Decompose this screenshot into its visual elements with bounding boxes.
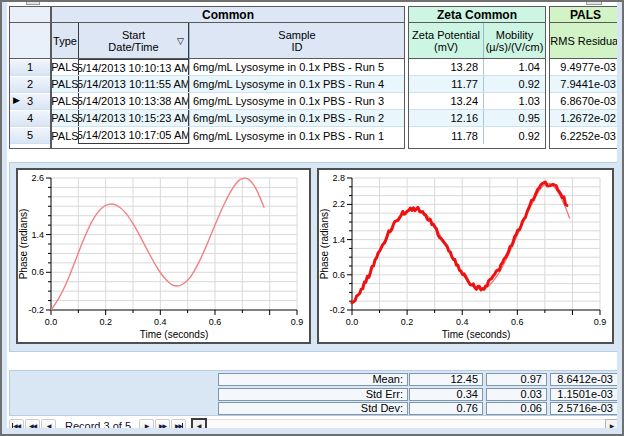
stat-label-mean: Mean: [218, 373, 408, 386]
stat-stddev-zeta: 0.76 [409, 402, 483, 415]
svg-text:2.8: 2.8 [332, 173, 345, 183]
table-row[interactable]: PALS 5/14/2013 10:10:13 AM 6mg/mL Lysosy… [52, 59, 404, 76]
group-header-zeta-common: Zeta Common [409, 7, 545, 23]
fitted-phase-plot: -0.20.61.42.60.00.20.40.60.9Time (second… [18, 170, 309, 342]
sort-descending-icon: ▽ [177, 35, 184, 47]
row-selector-1[interactable]: 1 [10, 59, 50, 76]
right-phase-chart: -0.20.61.42.22.80.00.20.40.60.9Time (sec… [317, 168, 614, 344]
row-selector-3[interactable]: ▶3 [10, 93, 50, 110]
cell-rms: 9.4977e-03 [550, 59, 621, 75]
cell-sample: 6mg/mL Lysosyme in 0.1x PBS - Run 3 [189, 93, 404, 109]
nav-next-record-button[interactable]: ▶ [139, 419, 154, 433]
clipped-scrollbar-fragment-right [586, 2, 602, 5]
nav-rewind-button[interactable]: ◀◀ [25, 419, 40, 433]
cell-mobility: 0.95 [483, 110, 545, 126]
row-selector-2[interactable]: 2 [10, 76, 50, 93]
column-header-zeta-potential[interactable]: Zeta Potential(mV) [409, 23, 483, 58]
table-row[interactable]: PALS 5/14/2013 10:15:23 AM 6mg/mL Lysosy… [52, 110, 404, 127]
row-number: 1 [10, 60, 50, 75]
cell-rms: 6.2252e-03 [550, 127, 621, 144]
pals-group-panel: PALS RMS Residual 9.4977e-03 7.9441e-03 … [549, 6, 622, 149]
svg-text:0.6: 0.6 [332, 270, 345, 280]
stat-label-stddev: Std Dev: [218, 402, 408, 415]
cell-sample: 6mg/mL Lysosyme in 0.1x PBS - Run 5 [189, 59, 404, 75]
zeta-common-group-panel: Zeta Common Zeta Potential(mV) Mobility(… [408, 6, 546, 149]
left-phase-chart: -0.20.61.42.60.00.20.40.60.9Time (second… [16, 168, 311, 344]
svg-text:0.0: 0.0 [346, 317, 359, 327]
stat-stderr-zeta: 0.34 [409, 388, 483, 401]
table-corner-cell2 [10, 23, 50, 59]
row-selector-4[interactable]: 4 [10, 110, 50, 127]
svg-text:0.9: 0.9 [594, 317, 607, 327]
rewind-icon: ◀◀ [29, 422, 36, 429]
table-row[interactable]: 1.2672e-02 [550, 110, 621, 127]
record-navigator: ◀◀ ◀◀ ◀ Record 3 of 5 ▶ ▶▶ ▶▶ ◀ ▶ [9, 417, 619, 434]
cell-start: 5/14/2013 10:11:55 AM [78, 76, 189, 92]
row-selector-5[interactable]: 5 [10, 127, 50, 144]
stat-stderr-rms: 1.1501e-03 [550, 388, 618, 401]
cell-zeta: 11.77 [409, 76, 483, 92]
stat-mean-zeta: 12.45 [409, 373, 483, 386]
cell-sample: 6mg/mL Lysosyme in 0.1x PBS - Run 1 [189, 127, 404, 144]
column-header-rms-residual[interactable]: RMS Residual [550, 23, 621, 58]
hscroll-track[interactable] [207, 419, 605, 432]
column-header-type[interactable]: Type [52, 23, 78, 58]
svg-text:Time (seconds): Time (seconds) [442, 329, 511, 340]
cell-type: PALS [52, 59, 78, 75]
stat-label-stderr: Std Err: [218, 388, 408, 401]
nav-last-record-button[interactable]: ▶▶ [171, 419, 186, 433]
measured-phase-plot: -0.20.61.42.22.80.00.20.40.60.9Time (sec… [319, 170, 612, 342]
svg-text:-0.2: -0.2 [28, 305, 44, 315]
common-group-panel: Common Type StartDate/Time ▽ SampleID PA… [51, 6, 405, 149]
hscroll-right-button[interactable]: ▶ [605, 419, 619, 432]
current-record-marker-icon: ▶ [13, 95, 20, 105]
svg-text:0.0: 0.0 [45, 317, 58, 327]
cell-mobility: 1.03 [483, 93, 545, 109]
group-header-pals: PALS [550, 7, 621, 23]
row-header-panel: 1 2 ▶3 4 5 [9, 6, 51, 149]
table-corner-cell [10, 7, 50, 23]
table-row[interactable]: 9.4977e-03 [550, 59, 621, 76]
cell-start: 5/14/2013 10:10:13 AM [78, 59, 189, 75]
cell-rms: 6.8670e-03 [550, 93, 621, 109]
stat-mean-rms: 8.6412e-03 [550, 373, 618, 386]
table-row-selected[interactable]: PALS 5/14/2013 10:13:38 AM 6mg/mL Lysosy… [52, 93, 404, 110]
svg-text:1.4: 1.4 [332, 235, 345, 245]
hscroll-left-button[interactable]: ◀ [191, 418, 207, 433]
cell-zeta: 12.16 [409, 110, 483, 126]
svg-text:1.4: 1.4 [31, 230, 44, 240]
table-row[interactable]: PALS 5/14/2013 10:17:05 AM 6mg/mL Lysosy… [52, 127, 404, 144]
column-header-start-datetime[interactable]: StartDate/Time ▽ [78, 23, 189, 58]
scroll-right-icon: ▶ [610, 422, 615, 429]
table-row-selected[interactable]: 13.24 1.03 [409, 93, 545, 110]
cell-mobility: 0.92 [483, 127, 545, 144]
nav-fast-forward-button[interactable]: ▶▶ [155, 419, 170, 433]
cell-start: 5/14/2013 10:15:23 AM [78, 110, 189, 126]
stat-stderr-mobility: 0.03 [486, 388, 547, 401]
table-row[interactable]: 11.77 0.92 [409, 76, 545, 93]
clipped-scrollbar-fragment-left [26, 2, 40, 5]
nav-prev-record-button[interactable]: ◀ [41, 419, 56, 433]
column-header-mobility[interactable]: Mobility(µ/s)/(V/cm) [483, 23, 545, 58]
table-row-selected[interactable]: 6.8670e-03 [550, 93, 621, 110]
fast-forward-icon: ▶▶ [159, 422, 166, 429]
table-row[interactable]: 12.16 0.95 [409, 110, 545, 127]
svg-text:0.4: 0.4 [456, 317, 469, 327]
table-row[interactable]: 13.28 1.04 [409, 59, 545, 76]
table-row[interactable]: 7.9441e-03 [550, 76, 621, 93]
row-number: 2 [10, 77, 50, 92]
svg-text:0.2: 0.2 [401, 317, 414, 327]
svg-text:0.6: 0.6 [31, 267, 44, 277]
table-row[interactable]: PALS 5/14/2013 10:11:55 AM 6mg/mL Lysosy… [52, 76, 404, 93]
column-header-sample-id[interactable]: SampleID [189, 23, 404, 58]
table-row[interactable]: 6.2252e-03 [550, 127, 621, 144]
cell-sample: 6mg/mL Lysosyme in 0.1x PBS - Run 4 [189, 76, 404, 92]
statistics-panel: Mean: 12.45 0.97 8.6412e-03 Std Err: 0.3… [9, 370, 619, 416]
stat-stddev-mobility: 0.06 [486, 402, 547, 415]
svg-text:0.9: 0.9 [291, 317, 304, 327]
nav-first-record-button[interactable]: ◀◀ [9, 419, 24, 433]
svg-text:Time (seconds): Time (seconds) [140, 329, 209, 340]
cell-type: PALS [52, 110, 78, 126]
stat-mean-mobility: 0.97 [486, 373, 547, 386]
table-row[interactable]: 11.78 0.92 [409, 127, 545, 144]
